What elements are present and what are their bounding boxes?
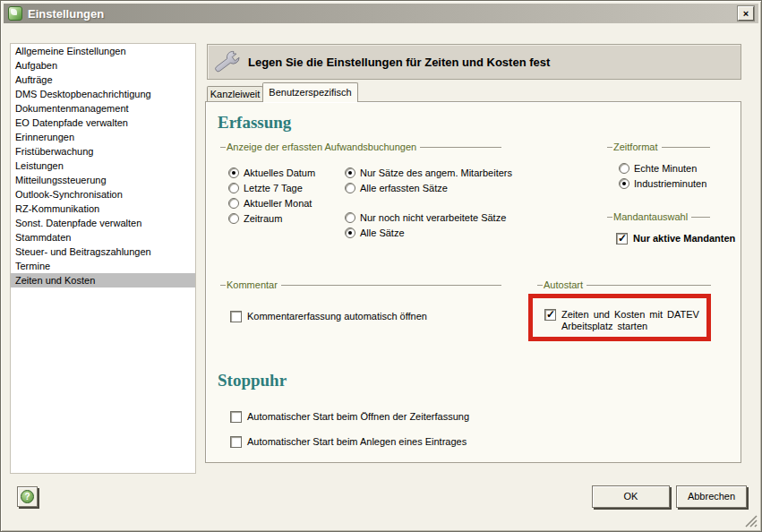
radio-icon (345, 227, 355, 238)
group-label-anzeige: Anzeige der erfassten Aufwandsbuchungen (226, 142, 420, 152)
group-line (691, 217, 710, 218)
checkbox-autostart-oeffnen-zeiterfassung[interactable]: ✓ Automatischer Start beim Öffnen der Ze… (230, 411, 469, 423)
radio-label: Nur noch nicht verarbeitete Sätze (360, 212, 506, 224)
group-autostart: Autostart (537, 279, 711, 290)
sidebar-item-allgemeine-einstellungen[interactable]: Allgemeine Einstellungen (11, 44, 195, 58)
sidebar-item-leistungen[interactable]: Leistungen (11, 159, 195, 173)
radio-icon (228, 198, 239, 209)
sidebar-item-erinnerungen[interactable]: Erinnerungen (11, 130, 195, 144)
sidebar-item-sonst-datenpfade[interactable]: Sonst. Datenpfade verwalten (11, 216, 195, 230)
radio-alle-erfassten-saetze[interactable]: Alle erfassten Sätze (345, 183, 448, 194)
sidebar-item-zeiten-und-kosten[interactable]: Zeiten und Kosten (11, 273, 195, 287)
radio-nur-noch-nicht-verarbeitete[interactable]: Nur noch nicht verarbeitete Sätze (345, 212, 506, 224)
wrench-icon (214, 48, 241, 75)
radio-label: Alle erfassten Sätze (360, 183, 448, 194)
group-kommentar: Kommentar (220, 279, 501, 290)
checkbox-label: Automatischer Start beim Anlegen eines E… (247, 436, 467, 448)
settings-dialog: Einstellungen × Allgemeine Einstellungen… (0, 0, 762, 532)
section-title-stoppuhr: Stoppuhr (218, 371, 287, 390)
checkbox-icon: ✓ (616, 233, 628, 245)
radio-label: Industrieminuten (634, 178, 706, 190)
group-label-kommentar: Kommentar (226, 279, 281, 290)
question-mark-icon: ? (21, 490, 34, 503)
radio-label: Echte Minuten (634, 163, 697, 175)
group-line (662, 147, 710, 148)
radio-label: Nur Sätze des angem. Mitarbeiters (360, 167, 512, 179)
radio-label: Aktueller Monat (244, 198, 312, 210)
sidebar-item-aufgaben[interactable]: Aufgaben (11, 58, 195, 73)
radio-nur-saetze-angem-mitarbeiters[interactable]: Nur Sätze des angem. Mitarbeiters (345, 167, 512, 179)
radio-icon (228, 167, 239, 178)
radio-zeitraum[interactable]: Zeitraum (228, 213, 282, 225)
checkbox-label: Zeiten und Kosten mit DATEV Arbeitsplatz… (561, 309, 704, 332)
checkbox-icon: ✓ (230, 436, 242, 448)
group-label-mandantauswahl: Mandantauswahl (612, 211, 691, 222)
tab-page-benutzerspezifisch: Erfassung Anzeige der erfassten Aufwands… (205, 101, 741, 463)
group-label-zeitformat: Zeitformat (612, 142, 662, 152)
checkbox-icon: ✓ (544, 309, 556, 321)
radio-aktueller-monat[interactable]: Aktueller Monat (228, 198, 312, 210)
resize-grip[interactable] (745, 515, 758, 528)
sidebar-item-steuer-beitragszahlungen[interactable]: Steuer- und Beitragszahlungen (11, 245, 195, 259)
ok-button[interactable]: OK (592, 485, 670, 508)
app-icon (8, 6, 22, 21)
radio-label: Zeitraum (244, 213, 282, 225)
sidebar-item-rz-kommunikation[interactable]: RZ-Kommunikation (11, 202, 195, 216)
radio-icon (228, 183, 239, 193)
help-button[interactable]: ? (17, 486, 38, 507)
window-title: Einstellungen (28, 7, 104, 21)
checkbox-autostart-datev[interactable]: ✓ Zeiten und Kosten mit DATEV Arbeitspla… (544, 309, 704, 332)
checkbox-icon: ✓ (230, 311, 242, 322)
group-label-autostart: Autostart (543, 279, 586, 290)
radio-alle-saetze[interactable]: Alle Sätze (345, 227, 405, 239)
radio-label: Aktuelles Datum (244, 167, 315, 179)
group-line (281, 285, 501, 286)
group-mandantauswahl: Mandantauswahl (607, 211, 710, 222)
sidebar-item-stammdaten[interactable]: Stammdaten (11, 230, 195, 245)
checkbox-autostart-anlegen-eintrag[interactable]: ✓ Automatischer Start beim Anlegen eines… (230, 436, 467, 448)
sidebar-item-auftraege[interactable]: Aufträge (11, 73, 195, 87)
checkbox-nur-aktive-mandanten[interactable]: ✓ Nur aktive Mandanten (616, 233, 735, 245)
group-line (586, 285, 711, 286)
sidebar-item-mitteilungssteuerung[interactable]: Mitteilungssteuerung (11, 173, 195, 187)
radio-label: Letzte 7 Tage (244, 183, 303, 194)
radio-icon (345, 183, 355, 193)
checkbox-label: Automatischer Start beim Öffnen der Zeit… (247, 411, 469, 423)
radio-echte-minuten[interactable]: Echte Minuten (619, 163, 697, 175)
page-header-text: Legen Sie die Einstellungen für Zeiten u… (248, 56, 550, 69)
radio-icon (619, 163, 629, 174)
radio-icon (228, 213, 239, 224)
group-anzeige-aufwandsbuchungen: Anzeige der erfassten Aufwandsbuchungen (220, 142, 501, 152)
section-title-erfassung: Erfassung (218, 113, 291, 133)
checkbox-kommentarerfassung[interactable]: ✓ Kommentarerfassung automatisch öffnen (230, 311, 427, 322)
sidebar-item-dms-desktopbenachrichtigung[interactable]: DMS Desktopbenachrichtigung (11, 87, 195, 101)
checkbox-label: Nur aktive Mandanten (633, 233, 735, 245)
radio-aktuelles-datum[interactable]: Aktuelles Datum (228, 167, 315, 179)
close-icon[interactable]: × (738, 6, 754, 21)
cancel-button[interactable]: Abbrechen (676, 485, 747, 508)
group-zeitformat: Zeitformat (607, 142, 710, 152)
radio-icon (345, 212, 355, 223)
radio-icon (345, 167, 355, 178)
group-line (420, 147, 501, 148)
tab-kanzleiweit[interactable]: Kanzleiweit (207, 86, 263, 102)
radio-label: Alle Sätze (360, 227, 405, 239)
sidebar-item-dokumentenmanagement[interactable]: Dokumentenmanagement (11, 101, 195, 116)
title-bar: Einstellungen × (4, 4, 758, 23)
radio-industrieminuten[interactable]: Industrieminuten (619, 178, 706, 190)
radio-icon (619, 178, 629, 189)
sidebar-item-fristueberwachung[interactable]: Fristüberwachung (11, 144, 195, 159)
sidebar-item-outlook-synchronisation[interactable]: Outlook-Synchronisation (11, 187, 195, 202)
checkbox-icon: ✓ (230, 411, 242, 423)
page-header: Legen Sie die Einstellungen für Zeiten u… (207, 44, 741, 80)
sidebar-item-eo-datenpfade[interactable]: EO Datenpfade verwalten (11, 116, 195, 130)
settings-category-list: Allgemeine Einstellungen Aufgaben Aufträ… (10, 43, 196, 474)
sidebar-item-termine[interactable]: Termine (11, 259, 195, 273)
checkbox-label: Kommentarerfassung automatisch öffnen (247, 311, 427, 322)
tab-benutzerspezifisch[interactable]: Benutzerspezifisch (262, 82, 358, 102)
radio-letzte-7-tage[interactable]: Letzte 7 Tage (228, 183, 303, 194)
